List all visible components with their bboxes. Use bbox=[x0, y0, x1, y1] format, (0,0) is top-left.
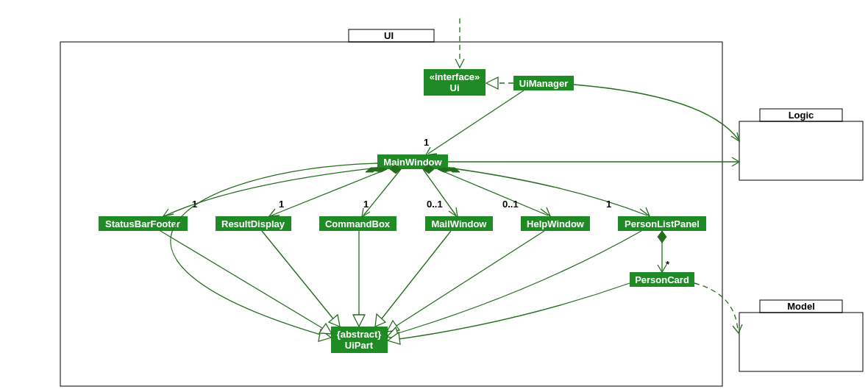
class-main-window-name: MainWindow bbox=[383, 157, 442, 168]
package-ui-label: UI bbox=[384, 30, 394, 41]
class-ui-stereotype: «interface» bbox=[430, 71, 480, 82]
edge-mw-uipart bbox=[171, 163, 377, 338]
class-mailw-name: MailWindow bbox=[432, 218, 488, 229]
class-status-bar-footer: StatusBarFooter bbox=[99, 216, 188, 231]
class-cb-name: CommandBox bbox=[325, 218, 391, 229]
mult-mw-plp: 1 bbox=[606, 199, 611, 210]
edge-uimanager-mainwindow bbox=[428, 90, 524, 154]
class-person-card: PersonCard bbox=[630, 272, 694, 287]
tri-cb-uipart bbox=[353, 315, 365, 327]
edge-rd-uipart bbox=[262, 231, 338, 325]
edge-pc-uipart bbox=[388, 283, 630, 341]
arrow-uimanager-logic bbox=[731, 132, 739, 141]
edge-sbf-uipart bbox=[160, 231, 330, 332]
package-logic-label: Logic bbox=[789, 110, 814, 121]
class-sbf-name: StatusBarFooter bbox=[105, 218, 180, 229]
class-result-display: ResultDisplay bbox=[216, 216, 291, 231]
mult-mw-rd: 1 bbox=[279, 199, 284, 210]
edge-pc-model bbox=[694, 283, 738, 331]
class-uipart-name: UiPart bbox=[345, 340, 374, 351]
class-ui-manager-name: UiManager bbox=[519, 78, 568, 89]
class-plp-name: PersonListPanel bbox=[625, 218, 700, 229]
dia-plp-pc bbox=[658, 231, 666, 243]
class-ui-part: {abstract} UiPart bbox=[331, 327, 388, 353]
class-rd-name: ResultDisplay bbox=[221, 218, 285, 229]
mult-plp-pc: * bbox=[666, 259, 670, 270]
class-ui-name: Ui bbox=[450, 82, 460, 93]
class-command-box: CommandBox bbox=[319, 216, 396, 231]
edge-mw-hw bbox=[438, 169, 548, 215]
class-person-list-panel: PersonListPanel bbox=[618, 216, 706, 231]
mult-mw-mailw: 0..1 bbox=[427, 199, 443, 210]
class-help-window: HelpWindow bbox=[521, 216, 590, 231]
class-ui-interface: «interface» Ui bbox=[424, 69, 485, 96]
edge-uimanager-logic bbox=[574, 85, 739, 140]
edge-mw-plp bbox=[448, 168, 647, 215]
mult-uimanager-mw: 1 bbox=[424, 137, 429, 148]
package-model-label: Model bbox=[787, 301, 815, 312]
class-pc-name: PersonCard bbox=[635, 274, 689, 285]
edge-plp-uipart bbox=[388, 231, 641, 336]
package-logic-body bbox=[739, 121, 863, 180]
tri-sbf-uipart bbox=[319, 324, 332, 334]
class-main-window: MainWindow bbox=[377, 154, 448, 169]
tri-uimanager-ui bbox=[486, 77, 498, 89]
uml-diagram: UI Logic Model «interface» Ui UiManager … bbox=[0, 0, 868, 392]
mult-mw-cb: 1 bbox=[363, 199, 369, 210]
class-hw-name: HelpWindow bbox=[527, 218, 585, 229]
edge-mailw-uipart bbox=[377, 231, 451, 325]
arrow-external-to-ui bbox=[455, 59, 464, 68]
package-model-body bbox=[739, 313, 863, 371]
mult-mw-hw: 0..1 bbox=[502, 199, 519, 210]
class-ui-manager: UiManager bbox=[513, 76, 574, 90]
tri-rd-uipart bbox=[329, 315, 340, 327]
class-uipart-stereo: {abstract} bbox=[337, 329, 382, 340]
class-mail-window: MailWindow bbox=[425, 216, 493, 231]
